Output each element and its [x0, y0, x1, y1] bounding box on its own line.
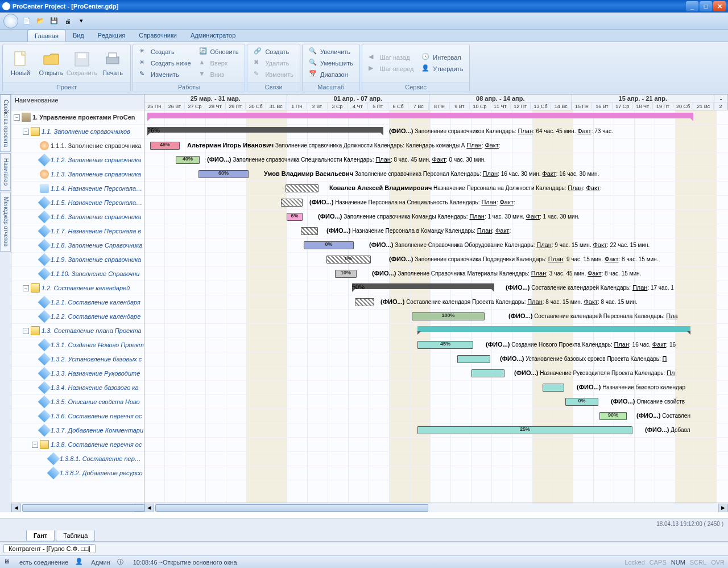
- expand-icon[interactable]: −: [23, 129, 29, 135]
- gantt-row[interactable]: 60%Умов Владимир Васильевич Заполнение с…: [144, 167, 728, 182]
- gantt-row[interactable]: (ФИО...) Назначение Персонала на Специал…: [144, 196, 728, 210]
- step-forward-button[interactable]: ▶Шаг вперед: [367, 64, 416, 74]
- tree-row[interactable]: 1.1.5. Назначение Персонала на: [11, 196, 144, 210]
- tab-table[interactable]: Таблица: [56, 530, 95, 541]
- tree-row[interactable]: 1.1.1. Заполнение справочника: [11, 139, 144, 153]
- new-button[interactable]: Новый: [5, 46, 36, 81]
- refresh-button[interactable]: 🔄Обновить: [197, 47, 241, 57]
- gantt-row[interactable]: 50%(ФИО...) Составление календарей Кален…: [144, 281, 728, 295]
- task-bar[interactable]: 25%: [417, 426, 632, 434]
- task-bar[interactable]: [543, 384, 564, 392]
- task-bar[interactable]: [355, 298, 374, 306]
- tree-hscroll[interactable]: ◀▶: [11, 503, 144, 512]
- tree-row[interactable]: 1.1.10. Заполнение Справочни: [11, 267, 144, 281]
- gantt-row[interactable]: 0%(ФИО...) Заполнение Справочника Оборуд…: [144, 238, 728, 253]
- task-bar[interactable]: [457, 355, 490, 363]
- qat-dropdown-icon[interactable]: ▾: [76, 16, 86, 26]
- summary-bar[interactable]: [417, 326, 690, 332]
- gantt-row[interactable]: 6%(ФИО...) Заполнение справочника Команд…: [144, 210, 728, 224]
- link-delete-button[interactable]: ✖Удалить: [252, 58, 295, 68]
- tree-row[interactable]: 1.1.7. Назначение Персонала в: [11, 224, 144, 238]
- tree-row[interactable]: 1.1.6. Заполнение справочника: [11, 210, 144, 224]
- gantt-row[interactable]: (ФИО...) Назначение базового календар: [144, 381, 728, 395]
- gantt-row[interactable]: 10%(ФИО...) Заполнение Справочника Матер…: [144, 267, 728, 281]
- gantt-hscroll[interactable]: ◀▶: [144, 503, 728, 512]
- tree-row[interactable]: −1.1. Заполнение справочников: [11, 125, 144, 139]
- maximize-button[interactable]: □: [700, 1, 712, 11]
- edit-button[interactable]: ✎Изменить: [138, 69, 193, 80]
- link-edit-button[interactable]: ✎Изменить: [252, 69, 295, 80]
- app-orb-button[interactable]: [3, 14, 18, 28]
- interval-button[interactable]: 🕓Интервал: [420, 52, 465, 63]
- gantt-row[interactable]: 26%(ФИО...) Заполнение справочников Кале…: [144, 125, 728, 139]
- tab-gantt[interactable]: Гант: [26, 530, 55, 541]
- create-button[interactable]: ✳Создать: [138, 47, 193, 57]
- step-back-button[interactable]: ◀Шаг назад: [367, 52, 416, 63]
- task-bar[interactable]: 46%: [150, 142, 180, 150]
- task-bar[interactable]: 100%: [412, 312, 485, 320]
- summary-bar[interactable]: [147, 113, 693, 118]
- tab-view[interactable]: Вид: [66, 30, 91, 42]
- tree-row[interactable]: −1.2. Составление календарей: [11, 281, 144, 295]
- summary-bar[interactable]: 50%: [352, 283, 494, 289]
- gantt-row[interactable]: 40%(ФИО...) Заполнение справочника Специ…: [144, 153, 728, 167]
- up-button[interactable]: ▲Вверх: [197, 58, 241, 68]
- tree-row[interactable]: 1.3.5. Описание свойств Ново: [11, 395, 144, 409]
- qat-print-icon[interactable]: 🖨: [63, 16, 73, 26]
- tree-row[interactable]: 1.2.2. Составление календаре: [11, 310, 144, 324]
- vtab-properties[interactable]: Свойства проекта: [0, 94, 11, 152]
- tree-row[interactable]: 1.1.4. Назначение Персонала на: [11, 182, 144, 196]
- tree-row[interactable]: −1.3.8. Составление перечня ос: [11, 438, 144, 452]
- gantt-row[interactable]: 46%Альтерман Игорь Иванович Заполнение с…: [144, 139, 728, 153]
- expand-icon[interactable]: −: [23, 285, 29, 291]
- gantt-row[interactable]: (ФИО...) Составление календаря Проекта К…: [144, 295, 728, 310]
- gantt-row[interactable]: [144, 452, 728, 466]
- gantt-row[interactable]: (ФИО...) Назначение Руководителя Проекта…: [144, 367, 728, 381]
- gantt-row[interactable]: (ФИО...) Назначение Персонала в Команду …: [144, 224, 728, 238]
- tree-row[interactable]: 1.3.2. Установление базовых с: [11, 352, 144, 367]
- range-button[interactable]: 📅Диапазон: [307, 69, 355, 80]
- link-create-button[interactable]: 🔗Создать: [252, 47, 295, 57]
- gantt-row[interactable]: 100%(ФИО...) Составление календарей Перс…: [144, 310, 728, 324]
- tree-row[interactable]: 1.1.3. Заполнение справочника: [11, 167, 144, 182]
- qat-open-icon[interactable]: 📂: [35, 16, 46, 26]
- gantt-row[interactable]: 45%(ФИО...) Создание Нового Проекта Кале…: [144, 338, 728, 352]
- tree-row[interactable]: 1.2.1. Составление календаря: [11, 295, 144, 310]
- tree-row[interactable]: 1.3.1. Создание Нового Проект: [11, 338, 144, 352]
- close-button[interactable]: ✕: [713, 1, 726, 11]
- save-button[interactable]: Сохранить: [67, 46, 97, 81]
- zoomin-button[interactable]: 🔍Увеличить: [307, 47, 355, 57]
- gantt-row[interactable]: 25%(ФИО...) Добавл: [144, 423, 728, 438]
- vtab-reports[interactable]: Менеджер отчетов: [0, 192, 11, 252]
- minimize-button[interactable]: _: [686, 1, 698, 11]
- down-button[interactable]: ▼Вниз: [197, 69, 241, 80]
- gantt-row[interactable]: [144, 466, 728, 480]
- task-bar[interactable]: 10%: [335, 270, 357, 278]
- print-button[interactable]: Печать: [97, 46, 128, 81]
- task-bar[interactable]: 6%: [287, 213, 303, 221]
- zoomout-button[interactable]: 🔍Уменьшить: [307, 58, 355, 68]
- summary-bar[interactable]: 26%: [147, 127, 383, 133]
- task-bar[interactable]: 40%: [176, 156, 200, 164]
- task-bar[interactable]: 0%: [326, 256, 371, 264]
- task-bar[interactable]: 0%: [565, 398, 598, 406]
- doc-chip[interactable]: Контрагент - [Гурло С.Ф. □□]: [3, 544, 96, 553]
- tree-row[interactable]: 1.3.4. Назначение базового ка: [11, 381, 144, 395]
- qat-save-icon[interactable]: 💾: [49, 16, 59, 26]
- task-bar[interactable]: [286, 184, 318, 192]
- tree-row[interactable]: 1.3.8.2. Добавление ресурсо: [11, 466, 144, 480]
- tab-edit[interactable]: Редакция: [91, 30, 132, 42]
- task-bar[interactable]: 0%: [304, 241, 354, 249]
- tree-row[interactable]: 1.1.9. Заполнение справочника: [11, 253, 144, 267]
- qat-new-icon[interactable]: 📄: [22, 16, 32, 26]
- task-bar[interactable]: [471, 369, 504, 377]
- gantt-row[interactable]: [144, 110, 728, 125]
- expand-icon[interactable]: −: [23, 328, 29, 334]
- vtab-navigator[interactable]: Навигатор: [0, 153, 11, 191]
- tree-row[interactable]: 1.3.8.1. Составление перечн: [11, 452, 144, 466]
- gantt-row[interactable]: 0%(ФИО...) Заполнение справочника Подряд…: [144, 253, 728, 267]
- tree-row[interactable]: 1.3.3. Назначение Руководите: [11, 367, 144, 381]
- tree-row[interactable]: 1.1.2. Заполнение справочника: [11, 153, 144, 167]
- gantt-row[interactable]: (ФИО...) Установление базовых сроков Про…: [144, 352, 728, 367]
- task-bar[interactable]: 60%: [198, 170, 249, 178]
